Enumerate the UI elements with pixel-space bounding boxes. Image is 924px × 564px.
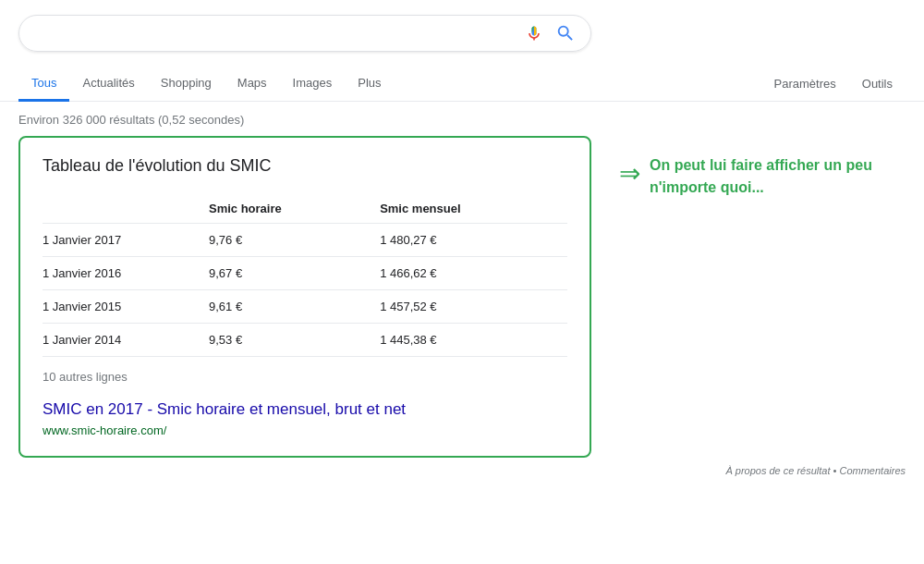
search-bar-container: smic horaire — [0, 0, 924, 52]
tab-shopping[interactable]: Shopping — [148, 67, 225, 102]
table-row: 1 Janvier 2014 9,53 € 1 445,38 € — [43, 324, 567, 357]
annotation-arrow-icon: ⇒ — [619, 158, 640, 189]
footer-note: À propos de ce résultat • Commentaires — [0, 458, 924, 484]
microphone-icon[interactable] — [524, 23, 544, 43]
tab-parametres[interactable]: Paramètres — [761, 67, 849, 100]
results-info: Environ 326 000 résultats (0,52 secondes… — [0, 102, 924, 136]
cell-horaire: 9,67 € — [209, 257, 380, 290]
nav-tabs: Tous Actualités Shopping Maps Images Plu… — [0, 59, 924, 102]
search-bar: smic horaire — [18, 15, 591, 52]
search-input[interactable]: smic horaire — [34, 25, 517, 42]
tab-outils[interactable]: Outils — [849, 67, 906, 100]
search-icons — [524, 23, 576, 43]
tab-images[interactable]: Images — [280, 67, 346, 102]
result-link-url: www.smic-horaire.com/ — [43, 423, 567, 437]
table-row: 1 Janvier 2015 9,61 € 1 457,52 € — [43, 290, 567, 324]
result-link[interactable]: SMIC en 2017 - Smic horaire et mensuel, … — [43, 398, 567, 437]
result-card: Tableau de l'évolution du SMIC Smic hora… — [18, 136, 591, 458]
cell-date: 1 Janvier 2016 — [43, 257, 209, 290]
cell-mensuel: 1 445,38 € — [380, 324, 567, 357]
cell-horaire: 9,76 € — [209, 224, 380, 257]
cell-date: 1 Janvier 2017 — [43, 224, 209, 257]
main-layout: Tableau de l'évolution du SMIC Smic hora… — [0, 136, 924, 458]
col-header-mensuel: Smic mensuel — [380, 194, 567, 224]
annotation: ⇒ On peut lui faire afficher un peu n'im… — [619, 154, 906, 458]
col-header-horaire: Smic horaire — [209, 194, 380, 224]
cell-horaire: 9,61 € — [209, 290, 380, 324]
search-button[interactable] — [555, 23, 576, 43]
table-row: 1 Janvier 2017 9,76 € 1 480,27 € — [43, 224, 567, 257]
cell-date: 1 Janvier 2014 — [43, 324, 209, 357]
smic-table: Smic horaire Smic mensuel 1 Janvier 2017… — [43, 194, 567, 357]
more-rows: 10 autres lignes — [43, 370, 567, 384]
tab-plus[interactable]: Plus — [345, 67, 394, 102]
tab-actualites[interactable]: Actualités — [69, 67, 147, 102]
cell-mensuel: 1 480,27 € — [380, 224, 567, 257]
annotation-text: On peut lui faire afficher un peu n'impo… — [650, 154, 906, 199]
cell-mensuel: 1 466,62 € — [380, 257, 567, 290]
card-title: Tableau de l'évolution du SMIC — [43, 156, 567, 176]
cell-date: 1 Janvier 2015 — [43, 290, 209, 324]
result-link-title[interactable]: SMIC en 2017 - Smic horaire et mensuel, … — [43, 398, 567, 421]
tab-tous[interactable]: Tous — [18, 67, 69, 102]
table-row: 1 Janvier 2016 9,67 € 1 466,62 € — [43, 257, 567, 290]
cell-mensuel: 1 457,52 € — [380, 290, 567, 324]
cell-horaire: 9,53 € — [209, 324, 380, 357]
col-header-date — [43, 194, 209, 224]
tab-maps[interactable]: Maps — [225, 67, 280, 102]
